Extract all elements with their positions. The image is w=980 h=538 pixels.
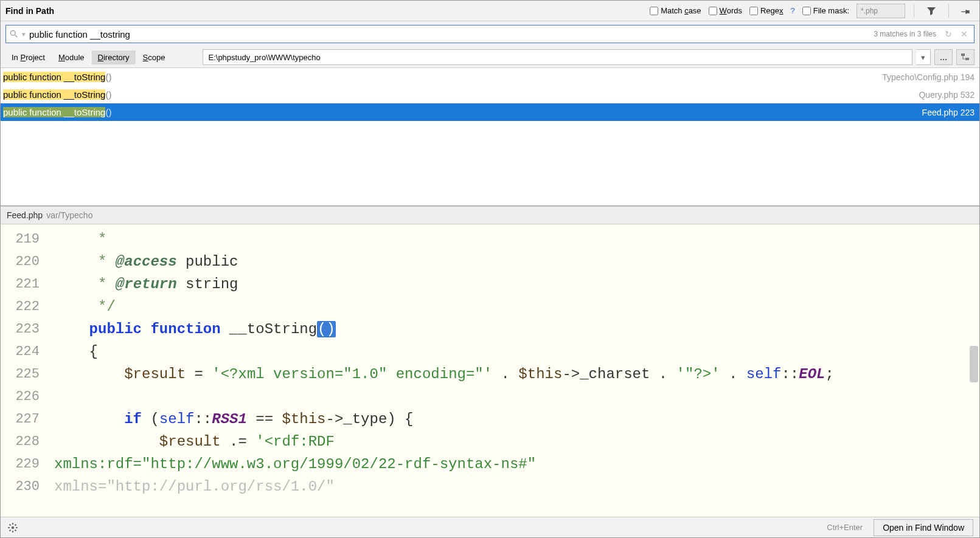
file-mask-checkbox[interactable]: File mask: xyxy=(802,6,849,15)
code-area[interactable]: * * @access public * @return string */ p… xyxy=(48,224,979,517)
footer: Ctrl+Enter Open in Find Window xyxy=(1,517,979,537)
shortcut-hint: Ctrl+Enter xyxy=(827,523,863,532)
svg-line-1 xyxy=(15,35,18,38)
preview-filename: Feed.php xyxy=(7,210,43,220)
file-mask-input[interactable] xyxy=(857,4,905,18)
scope-tab-in-project[interactable]: In Project xyxy=(5,50,51,64)
svg-line-9 xyxy=(10,524,11,525)
regex-checkbox[interactable]: Regex xyxy=(749,6,784,15)
clear-icon[interactable]: ✕ xyxy=(958,29,970,39)
svg-rect-2 xyxy=(961,53,965,56)
svg-point-0 xyxy=(10,30,15,35)
words-checkbox[interactable]: Words xyxy=(709,6,742,15)
matches-count: 3 matches in 3 files xyxy=(874,30,939,38)
preview-filepath: var/Typecho xyxy=(46,210,92,220)
dialog-header: Find in Path Match case Words Regex ? Fi… xyxy=(1,1,979,21)
search-row: ▾ 3 matches in 3 files ↻ ✕ xyxy=(1,21,979,47)
recursive-button[interactable] xyxy=(956,49,975,65)
search-icon xyxy=(10,30,18,38)
pin-icon[interactable] xyxy=(957,3,975,19)
filter-icon[interactable] xyxy=(923,3,940,19)
scope-tabs: In Project Module Directory Scope xyxy=(5,50,171,64)
result-row[interactable]: public function __toString()Query.php 53… xyxy=(1,86,979,103)
code-preview: 219220221222223224225226227228229230 * *… xyxy=(1,224,979,517)
search-box: ▾ 3 matches in 3 files ↻ ✕ xyxy=(5,25,975,43)
svg-line-10 xyxy=(15,529,16,531)
svg-line-12 xyxy=(15,524,16,525)
scope-row: In Project Module Directory Scope ▾ … xyxy=(1,47,979,68)
search-input[interactable] xyxy=(29,29,870,40)
separator xyxy=(948,4,949,18)
match-case-checkbox[interactable]: Match case xyxy=(650,6,701,15)
directory-path-input[interactable] xyxy=(203,49,912,65)
gear-icon[interactable] xyxy=(4,520,21,536)
vertical-scrollbar[interactable] xyxy=(970,346,978,382)
line-gutter: 219220221222223224225226227228229230 xyxy=(1,224,48,517)
regex-help-link[interactable]: ? xyxy=(791,6,795,15)
scope-tab-scope[interactable]: Scope xyxy=(137,50,172,64)
preview-header: Feed.php var/Typecho xyxy=(1,206,979,224)
separator xyxy=(914,4,914,18)
results-blank-area xyxy=(1,121,979,206)
scope-tab-directory[interactable]: Directory xyxy=(92,50,136,64)
svg-rect-3 xyxy=(965,58,969,60)
refresh-icon[interactable]: ↻ xyxy=(942,29,954,39)
path-dropdown-icon[interactable]: ▾ xyxy=(916,49,931,65)
browse-button[interactable]: … xyxy=(934,49,953,65)
svg-line-11 xyxy=(10,529,11,531)
open-in-find-window-button[interactable]: Open in Find Window xyxy=(874,519,973,536)
result-row[interactable]: public function __toString()Feed.php 223 xyxy=(1,103,979,121)
results-list: public function __toString()Typecho\Conf… xyxy=(1,68,979,121)
svg-point-4 xyxy=(12,526,14,528)
scope-tab-module[interactable]: Module xyxy=(52,50,91,64)
result-row[interactable]: public function __toString()Typecho\Conf… xyxy=(1,68,979,86)
dialog-title: Find in Path xyxy=(5,6,54,16)
search-dropdown-icon[interactable]: ▾ xyxy=(22,30,26,38)
